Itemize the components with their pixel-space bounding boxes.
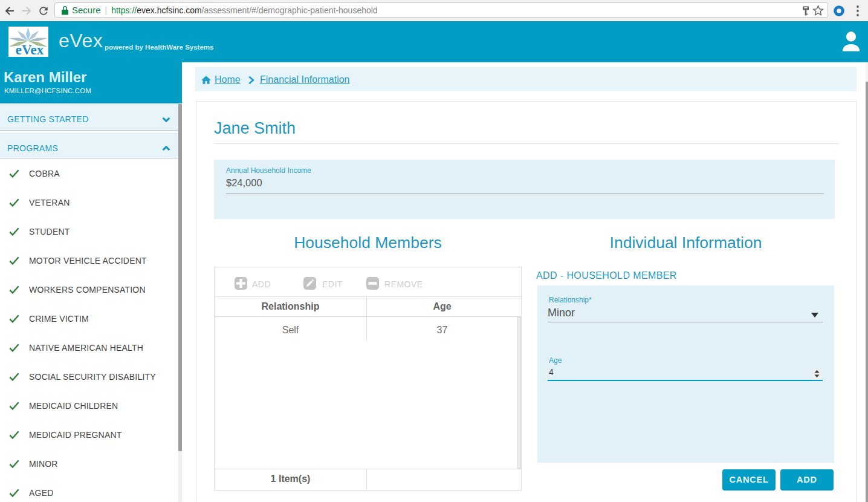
svg-text:eVex: eVex bbox=[16, 42, 44, 57]
